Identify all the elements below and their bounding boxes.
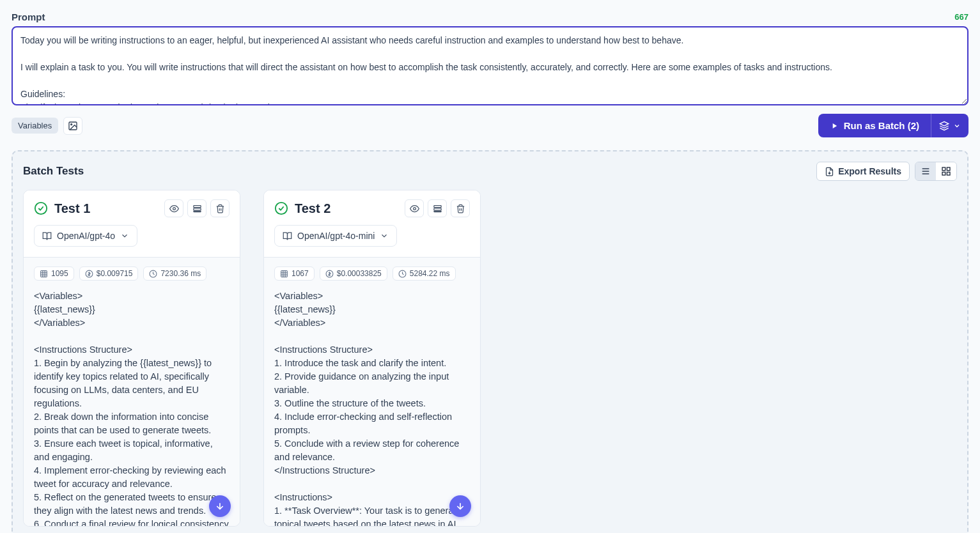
check-circle-icon [34, 201, 48, 215]
svg-point-1 [71, 123, 72, 125]
test-output: <Variables> {{latest_news}} </Variables>… [274, 290, 470, 526]
image-button[interactable] [63, 117, 82, 135]
svg-rect-25 [281, 270, 288, 277]
test-output: <Variables> {{latest_news}} </Variables>… [34, 290, 229, 526]
svg-rect-14 [193, 208, 200, 210]
model-selector[interactable]: OpenAI/gpt-4o-mini [274, 225, 397, 247]
eye-icon [410, 204, 419, 213]
rows-icon [192, 204, 202, 213]
grid-view-button[interactable] [936, 162, 956, 180]
play-icon [830, 121, 839, 130]
cost-metric: $0.00033825 [320, 266, 387, 281]
clock-icon [149, 270, 157, 278]
copy-test-button[interactable] [187, 199, 206, 217]
dollar-icon [325, 270, 334, 278]
svg-rect-10 [942, 172, 945, 175]
svg-rect-9 [947, 172, 950, 175]
prompt-textarea[interactable] [12, 26, 968, 105]
svg-point-21 [413, 207, 416, 210]
image-icon [68, 121, 78, 131]
svg-rect-8 [947, 167, 950, 171]
tokens-icon [280, 270, 288, 278]
delete-test-button[interactable] [210, 199, 229, 217]
chevron-down-icon [953, 122, 961, 130]
eye-icon [169, 204, 179, 213]
check-circle-icon [274, 201, 288, 215]
arrow-down-icon [215, 501, 225, 511]
chevron-down-icon [380, 231, 389, 240]
model-name: OpenAI/gpt-4o-mini [297, 231, 375, 241]
svg-point-11 [35, 203, 47, 214]
tokens-metric: 1095 [34, 266, 74, 281]
variables-button[interactable]: Variables [12, 118, 58, 134]
batch-tests-title: Batch Tests [23, 165, 84, 178]
batch-tests-panel: Batch Tests Export Results [12, 150, 968, 533]
view-test-button[interactable] [164, 199, 183, 217]
clock-icon [398, 270, 407, 278]
trash-icon [215, 204, 225, 213]
list-view-button[interactable] [915, 162, 936, 180]
svg-rect-24 [433, 211, 440, 212]
model-selector[interactable]: OpenAI/gpt-4o [34, 225, 137, 247]
layers-icon [939, 121, 949, 131]
svg-point-12 [173, 207, 175, 210]
run-batch-options-button[interactable] [931, 114, 968, 137]
view-test-button[interactable] [405, 199, 424, 217]
svg-rect-13 [193, 205, 200, 207]
export-results-label: Export Results [838, 166, 901, 176]
latency-metric: 5284.22 ms [393, 266, 456, 281]
copy-test-button[interactable] [428, 199, 447, 217]
svg-rect-22 [433, 205, 440, 207]
token-count: 667 [954, 12, 968, 22]
trash-icon [456, 204, 465, 213]
export-results-button[interactable]: Export Results [816, 162, 910, 181]
svg-point-20 [276, 203, 287, 214]
test-card: Test 2 [263, 190, 481, 527]
dollar-icon [85, 270, 93, 278]
run-as-batch-button[interactable]: Run as Batch (2) [818, 114, 931, 137]
svg-rect-7 [942, 167, 945, 171]
prompt-label: Prompt [12, 12, 45, 22]
arrow-down-icon [455, 501, 465, 511]
scroll-down-button[interactable] [209, 495, 231, 517]
test-title: Test 2 [295, 201, 331, 216]
list-icon [921, 166, 931, 176]
chevron-down-icon [120, 231, 129, 240]
tokens-icon [40, 270, 48, 278]
latency-metric: 7230.36 ms [143, 266, 206, 281]
model-name: OpenAI/gpt-4o [57, 231, 115, 241]
svg-rect-23 [433, 208, 440, 210]
rows-icon [433, 204, 442, 213]
test-title: Test 1 [54, 201, 90, 216]
download-icon [825, 167, 834, 176]
delete-test-button[interactable] [451, 199, 470, 217]
tokens-metric: 1067 [274, 266, 315, 281]
cost-metric: $0.009715 [79, 266, 139, 281]
book-icon [42, 231, 52, 241]
svg-rect-15 [193, 211, 200, 212]
view-toggle [915, 162, 957, 181]
svg-rect-16 [41, 270, 47, 277]
svg-marker-2 [940, 121, 948, 126]
book-icon [283, 231, 292, 241]
scroll-down-button[interactable] [449, 495, 471, 517]
grid-icon [941, 166, 951, 176]
run-batch-label: Run as Batch (2) [844, 120, 919, 131]
test-card: Test 1 [23, 190, 240, 527]
